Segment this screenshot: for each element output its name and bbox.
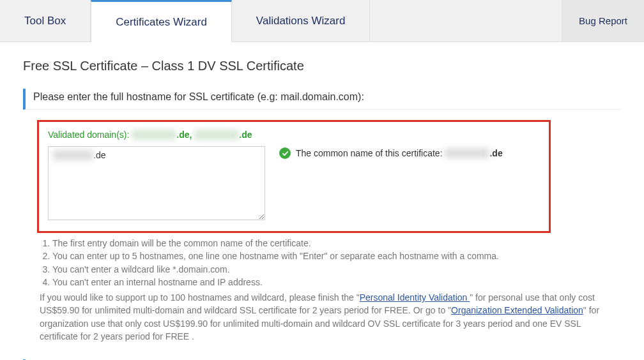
check-icon xyxy=(279,147,291,159)
tab-bar: Tool Box Certificates Wizard Validations… xyxy=(0,0,644,42)
note-item-3: You can't enter a wildcard like *.domain… xyxy=(52,263,608,276)
page-title: Free SSL Certificate – Class 1 DV SSL Ce… xyxy=(23,59,621,73)
validated-domains-line: Validated domain(s): xxxxxxxxxx.de, xxxx… xyxy=(48,130,540,140)
hostname-textarea-wrap: xxxxxxxxx.de xyxy=(48,146,265,222)
link-organization-extended-validation[interactable]: Organization Extended Validation xyxy=(451,305,583,315)
note-item-2: You can enter up to 5 hostnames, one lin… xyxy=(52,250,608,262)
bug-report-button[interactable]: Bug Report xyxy=(562,0,644,41)
link-personal-identity-validation[interactable]: Personal Identity Validation xyxy=(360,292,470,303)
hostname-notes: The first entry domain will be the commo… xyxy=(40,237,608,343)
hostname-textarea[interactable] xyxy=(48,146,265,220)
note-item-1: The first entry domain will be the commo… xyxy=(52,237,608,250)
tab-toolbox[interactable]: Tool Box xyxy=(0,0,91,41)
tab-validations-wizard[interactable]: Validations Wizard xyxy=(232,0,371,41)
main-content: Free SSL Certificate – Class 1 DV SSL Ce… xyxy=(0,42,644,360)
note-item-4: You can't enter an internal hostname and… xyxy=(52,276,608,289)
hostname-highlight-box: Validated domain(s): xxxxxxxxxx.de, xxxx… xyxy=(37,120,551,233)
common-name-note: The common name of this certificate: xxx… xyxy=(279,146,503,159)
section-hostname-header: Please enter the full hostname for SSL c… xyxy=(23,89,621,110)
tab-certificates-wizard[interactable]: Certificates Wizard xyxy=(91,0,232,42)
